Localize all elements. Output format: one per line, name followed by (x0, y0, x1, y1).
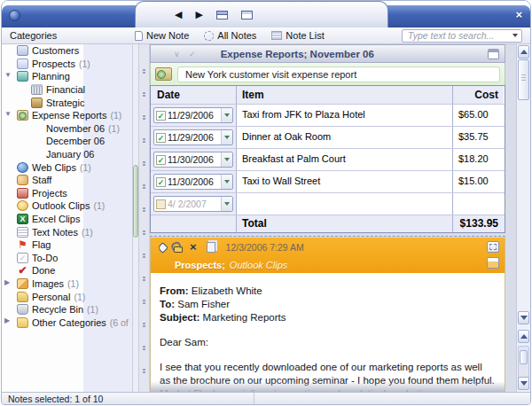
date-picker[interactable]: ✓ 11/30/2006 (153, 174, 233, 190)
note-gutter (139, 44, 150, 392)
gutter-marker (143, 277, 145, 278)
pane-view-icon[interactable] (241, 11, 253, 20)
expander-icon[interactable]: ▼ (4, 110, 15, 118)
date-picker[interactable]: ✓ 11/30/2006 (153, 152, 233, 168)
scrollbar-thumb[interactable] (518, 59, 529, 100)
item-count: (1) (82, 227, 93, 238)
expander-icon[interactable]: ▶ (4, 278, 15, 286)
split-view-icon[interactable] (216, 11, 228, 20)
date-dropdown-icon[interactable] (221, 108, 232, 122)
source-app-button[interactable] (487, 257, 499, 269)
previous-note-button[interactable] (518, 330, 529, 343)
rollup-button[interactable] (488, 49, 499, 59)
gutter-marker (143, 254, 145, 255)
sidebar-item-staff[interactable]: Staff (2, 174, 132, 187)
sidebar-item-expense-reports[interactable]: ▼ Expense Reports (1) (2, 109, 132, 122)
sidebar-item-january-06[interactable]: January 06 (2, 148, 132, 161)
sidebar-scrollbar[interactable] (132, 44, 139, 392)
sidebar-item-december-06[interactable]: December 06 (2, 135, 132, 148)
note-list-button[interactable]: Note List (271, 30, 324, 41)
date-picker[interactable]: ✓ 11/29/2006 (153, 107, 233, 123)
cost-cell[interactable]: $18.20 (453, 149, 504, 170)
sidebar-item-strategic[interactable]: Strategic (2, 96, 132, 109)
gutter-marker (143, 184, 145, 186)
tag-icon[interactable] (157, 242, 168, 254)
sidebar-item-personal[interactable]: Personal (1) (2, 290, 132, 303)
table-row: ✓ 11/30/2006 Taxi to Wall Street $15.00 (151, 171, 505, 193)
category-tree: Customers Prospects (1) ▼ Planning Finan… (2, 44, 132, 392)
date-dropdown-icon[interactable] (221, 130, 232, 144)
item-cell[interactable]: Breakfast at Palm Court (237, 149, 453, 170)
sidebar-item-to-do[interactable]: To-Do (2, 252, 132, 265)
sidebar-item-outlook-clips[interactable]: Outlook Clips (1) (2, 199, 132, 213)
expand-note-button[interactable] (487, 241, 499, 253)
cost-cell[interactable] (453, 193, 504, 215)
delete-icon[interactable]: × (190, 241, 197, 253)
search-dropdown-icon[interactable] (512, 34, 518, 37)
back-button[interactable]: ◀ (175, 10, 182, 20)
sidebar-item-other-categories[interactable]: ▶ Other Categories (6 of (2, 316, 132, 329)
sidebar-item-november-06[interactable]: November 06 (1) (2, 122, 132, 136)
next-note-button[interactable] (518, 377, 529, 390)
scroll-down-button[interactable] (518, 311, 529, 324)
item-count: (1) (87, 304, 98, 315)
all-notes-button[interactable]: All Notes (204, 30, 256, 41)
sidebar-scrollbar-thumb[interactable] (133, 165, 138, 238)
expander-icon[interactable]: ▼ (4, 71, 15, 79)
checkbox-icon[interactable]: ✓ (156, 199, 166, 209)
gutter-marker (143, 346, 145, 347)
note-list-label: Note List (286, 30, 324, 41)
cost-cell[interactable]: $35.75 (453, 127, 504, 148)
forward-button[interactable]: ▶ (195, 10, 202, 20)
checkbox-icon[interactable]: ✓ (156, 155, 166, 165)
search-input[interactable] (406, 29, 510, 42)
table-row: ✓ 11/30/2006 Breakfast at Palm Court $18… (151, 149, 505, 171)
expander-icon[interactable]: ▶ (4, 316, 15, 324)
sidebar-item-web-clips[interactable]: Web Clips (1) (2, 160, 132, 174)
text-notes-icon (17, 227, 28, 238)
notes-scrollbar[interactable] (516, 44, 530, 392)
done-icon (17, 265, 28, 276)
checkbox-icon[interactable]: ✓ (156, 177, 166, 187)
close-button[interactable]: × (515, 9, 522, 21)
note-list-icon (271, 31, 282, 40)
date-dropdown-icon[interactable] (221, 152, 232, 167)
copy-icon[interactable] (207, 242, 215, 253)
sidebar-item-prospects[interactable]: Prospects (1) (2, 58, 132, 71)
note-nav-thumb[interactable] (520, 350, 528, 364)
unlock-icon[interactable] (174, 246, 183, 253)
item-count: (1) (108, 123, 120, 134)
expense-note-header[interactable]: ∨ ✓ Expense Reports; November 06 (150, 44, 505, 63)
status-bar: Notes selected: 1 of 10 (2, 392, 530, 404)
sidebar-item-customers[interactable]: Customers (2, 44, 132, 58)
date-dropdown-icon[interactable] (221, 197, 232, 211)
to-label: To: (160, 299, 175, 309)
email-body[interactable]: From: Elizabeth White To: Sam Fisher Sub… (151, 273, 505, 392)
new-note-button[interactable]: New Note (135, 30, 189, 41)
sidebar-item-planning[interactable]: ▼ Planning (2, 70, 132, 83)
date-dropdown-icon[interactable] (221, 175, 232, 189)
date-picker[interactable]: ✓ 11/29/2006 (153, 129, 233, 145)
date-picker[interactable]: ✓ 4/ 2/2007 (153, 196, 233, 212)
all-notes-label: All Notes (217, 30, 256, 41)
email-note-header[interactable]: × 12/3/2006 7:29 AM Prospects; Outlook C… (151, 238, 505, 273)
cost-cell[interactable]: $15.00 (453, 171, 504, 192)
item-cell[interactable]: Taxi from JFK to Plaza Hotel (237, 105, 453, 126)
sidebar-item-flag[interactable]: Flag (2, 238, 132, 252)
sidebar-item-projects[interactable]: Projects (2, 187, 132, 200)
sidebar-item-recycle-bin[interactable]: Recycle Bin (1) (2, 303, 132, 316)
sidebar-item-financial[interactable]: Financial (2, 83, 132, 97)
sidebar-item-images[interactable]: ▶ Images (1) (2, 277, 132, 291)
note-title-field[interactable]: New York customer visit expense report (177, 66, 500, 82)
sidebar-item-done[interactable]: Done (2, 264, 132, 277)
checkbox-icon[interactable]: ✓ (156, 133, 166, 143)
item-cell[interactable] (237, 193, 453, 215)
scroll-up-button[interactable] (518, 45, 529, 59)
sidebar-item-excel-clips[interactable]: Excel Clips (2, 213, 132, 226)
item-cell[interactable]: Dinner at Oak Room (237, 127, 453, 148)
checkbox-icon[interactable]: ✓ (156, 111, 166, 121)
search-box[interactable] (402, 29, 522, 43)
sidebar-item-text-notes[interactable]: Text Notes (1) (2, 225, 132, 238)
item-cell[interactable]: Taxi to Wall Street (237, 171, 453, 192)
cost-cell[interactable]: $65.00 (453, 105, 504, 126)
